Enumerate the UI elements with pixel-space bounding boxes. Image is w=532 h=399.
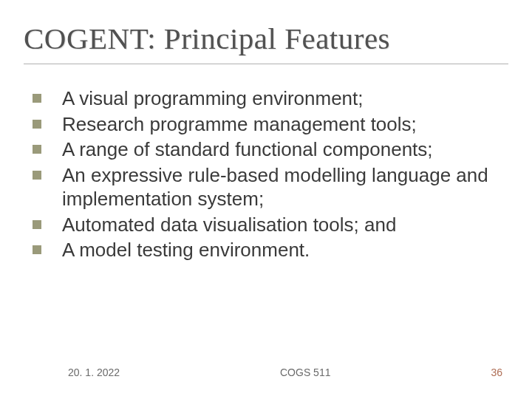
list-item-text: Automated data visualisation tools; and: [62, 214, 396, 236]
bullet-list: A visual programming environment; Resear…: [24, 86, 508, 262]
list-item-text: A model testing environment.: [62, 239, 310, 261]
list-item: A range of standard functional component…: [33, 137, 508, 162]
list-item: Automated data visualisation tools; and: [33, 213, 508, 237]
footer-page-number: 36: [491, 366, 502, 378]
bullet-square-icon: [33, 120, 41, 129]
footer-date: 20. 1. 2022: [68, 366, 120, 378]
list-item: A model testing environment.: [33, 238, 508, 262]
footer-center: COGS 511: [120, 366, 491, 378]
bullet-square-icon: [33, 145, 41, 154]
list-item-text: A range of standard functional component…: [62, 138, 433, 160]
list-item: An expressive rule-based modelling langu…: [33, 163, 508, 211]
list-item-text: A visual programming environment;: [62, 87, 364, 109]
bullet-square-icon: [33, 245, 41, 254]
bullet-square-icon: [33, 171, 41, 180]
bullet-square-icon: [33, 220, 41, 229]
list-item: Research programme management tools;: [33, 112, 508, 137]
list-item: A visual programming environment;: [33, 86, 508, 111]
footer: 20. 1. 2022 COGS 511 36: [0, 366, 532, 378]
slide-title: COGENT: Principal Features: [24, 21, 508, 64]
slide: COGENT: Principal Features A visual prog…: [0, 0, 532, 399]
list-item-text: An expressive rule-based modelling langu…: [62, 164, 488, 211]
bullet-square-icon: [33, 94, 41, 103]
list-item-text: Research programme management tools;: [62, 113, 417, 135]
